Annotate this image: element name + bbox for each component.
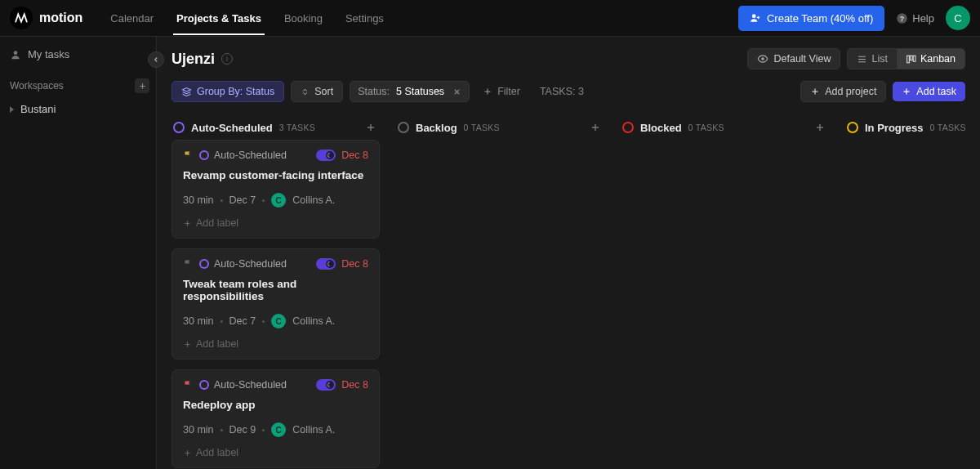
person-icon (10, 49, 21, 60)
header-right: Create Team (40% off) ? Help C (738, 6, 970, 31)
filter-button[interactable]: Filter (476, 82, 527, 101)
task-card[interactable]: Auto-Scheduled ☾ Dec 8 Tweak team roles … (172, 248, 380, 360)
add-label-button[interactable]: Add label (183, 437, 368, 458)
column-count: 0 TASKS (688, 123, 724, 132)
card-header-row: Auto-Scheduled ☾ Dec 8 (183, 150, 368, 161)
card-duration: 30 min (183, 424, 214, 436)
card-duration: 30 min (183, 194, 214, 206)
status-ring-icon (847, 122, 858, 133)
card-status-label: Auto-Scheduled (214, 258, 287, 270)
kanban-board: Auto-Scheduled 3 TASKS Auto-Scheduled ☾ … (157, 112, 980, 469)
add-task-button[interactable]: Add task (893, 82, 965, 101)
svg-rect-6 (910, 56, 912, 60)
add-label-text: Add label (196, 217, 238, 229)
add-project-label: Add project (825, 86, 876, 97)
task-card[interactable]: Auto-Scheduled ☾ Dec 8 Revamp customer-f… (172, 140, 380, 239)
status-filter-label: Status: (358, 86, 390, 97)
view-kanban-button[interactable]: Kanban (897, 49, 964, 69)
status-ring-icon (199, 380, 209, 390)
column-header: Backlog 0 TASKS (396, 115, 604, 140)
help-label: Help (912, 12, 934, 25)
status-ring-icon (199, 259, 209, 269)
column-add-button[interactable] (363, 120, 378, 135)
card-date: Dec 9 (229, 424, 256, 436)
due-date: Dec 8 (341, 150, 368, 161)
column-title: Backlog (416, 122, 457, 134)
card-status-label: Auto-Scheduled (214, 379, 287, 391)
column-count: 0 TASKS (930, 123, 966, 132)
help-link[interactable]: ? Help (896, 12, 934, 25)
card-title: Revamp customer-facing interface (183, 161, 368, 193)
list-label: List (871, 53, 887, 65)
card-status: Auto-Scheduled (199, 379, 287, 391)
default-view-button[interactable]: Default View (747, 48, 840, 69)
nav-booking[interactable]: Booking (273, 2, 334, 35)
logo-mark (10, 7, 33, 29)
workspace-item-bustani[interactable]: Bustani (0, 98, 156, 120)
card-meta: 30 min Dec 7 C Collins A. (183, 314, 368, 328)
status-filter-value: 5 Statuses (396, 86, 444, 97)
assignee-avatar: C (271, 314, 286, 328)
assignee-name: Collins A. (292, 424, 335, 436)
column-count: 3 TASKS (279, 123, 315, 132)
column-title: In Progress (865, 122, 924, 134)
status-ring-icon (173, 122, 185, 133)
sort-icon (301, 87, 310, 96)
kanban-icon (906, 54, 916, 65)
column-add-button[interactable] (813, 120, 827, 135)
kanban-label: Kanban (920, 53, 956, 65)
status-ring-icon (398, 122, 409, 133)
card-date: Dec 7 (229, 194, 256, 206)
group-by-button[interactable]: Group By: Status (172, 81, 284, 102)
brand-name: motion (39, 11, 82, 25)
add-label-text: Add label (196, 338, 238, 350)
view-list-button[interactable]: List (848, 49, 896, 69)
card-meta: 30 min Dec 7 C Collins A. (183, 193, 368, 208)
column-blocked: Blocked 0 TASKS (621, 115, 829, 466)
main-content: Ujenzi i Default View List (157, 37, 980, 469)
card-date: Dec 7 (229, 315, 256, 327)
person-plus-icon (750, 12, 761, 24)
card-meta: 30 min Dec 9 C Collins A. (183, 422, 368, 437)
column-in-progress: In Progress 0 TASKS (845, 115, 980, 466)
add-project-button[interactable]: Add project (800, 81, 886, 102)
add-label-button[interactable]: Add label (183, 328, 368, 350)
assignee-avatar: C (271, 422, 286, 437)
workspaces-header: Workspaces (0, 65, 156, 98)
card-duration: 30 min (183, 315, 214, 327)
auto-schedule-toggle[interactable]: ☾ (316, 258, 336, 270)
column-add-button[interactable] (588, 120, 603, 135)
sort-button[interactable]: Sort (291, 81, 343, 102)
collapse-sidebar-button[interactable] (148, 51, 164, 68)
eye-icon (757, 53, 768, 65)
auto-schedule-toggle[interactable]: ☾ (316, 150, 336, 161)
sidebar-my-tasks[interactable]: My tasks (0, 43, 156, 65)
add-label-text: Add label (196, 447, 238, 458)
status-filter-chip[interactable]: Status: 5 Statuses (350, 81, 470, 102)
status-ring-icon (199, 150, 209, 160)
svg-rect-5 (907, 56, 910, 63)
nav-calendar[interactable]: Calendar (99, 2, 165, 35)
nav-projects-tasks[interactable]: Projects & Tasks (165, 2, 273, 35)
auto-schedule-toggle[interactable]: ☾ (316, 379, 336, 391)
view-switch: List Kanban (847, 48, 965, 69)
info-icon[interactable]: i (221, 53, 233, 65)
nav-settings[interactable]: Settings (334, 2, 395, 35)
clear-status-filter-button[interactable] (451, 87, 461, 96)
task-card[interactable]: Auto-Scheduled ☾ Dec 8 Redeploy app 30 m… (172, 369, 380, 468)
status-ring-icon (622, 122, 634, 133)
add-workspace-button[interactable] (135, 78, 149, 93)
logo[interactable]: motion (10, 7, 82, 29)
help-icon: ? (896, 12, 908, 25)
create-team-label: Create Team (40% off) (767, 12, 873, 25)
user-avatar[interactable]: C (946, 6, 970, 30)
list-icon (857, 54, 867, 65)
create-team-button[interactable]: Create Team (40% off) (738, 6, 884, 31)
sort-label: Sort (314, 86, 333, 97)
column-header: In Progress 0 TASKS (845, 115, 980, 140)
group-by-label: Group By: Status (197, 86, 274, 97)
add-label-button[interactable]: Add label (183, 208, 368, 229)
my-tasks-label: My tasks (28, 48, 69, 60)
project-title: Ujenzi (172, 51, 215, 68)
svg-point-3 (14, 51, 18, 55)
